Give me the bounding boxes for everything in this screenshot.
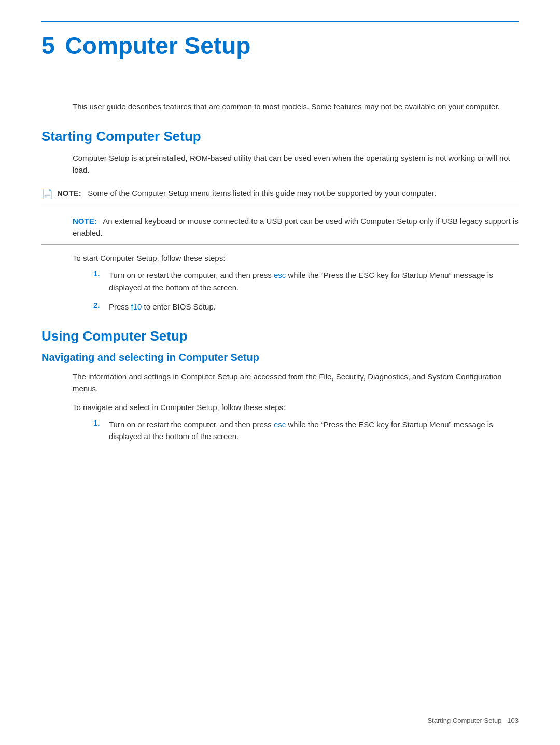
footer-page: 103 xyxy=(507,716,519,724)
starting-section: Starting Computer Setup xyxy=(41,129,519,145)
note-2-label: NOTE: xyxy=(73,217,97,226)
list-item: 1. Turn on or restart the computer, and … xyxy=(73,418,519,443)
navigating-steps: 1. Turn on or restart the computer, and … xyxy=(73,418,519,443)
starting-steps-intro-text: To start Computer Setup, follow these st… xyxy=(73,252,519,264)
note-1-content: NOTE: Some of the Computer Setup menu it… xyxy=(57,188,436,200)
navigating-heading: Navigating and selecting in Computer Set… xyxy=(41,352,519,363)
step-1-text: Turn on or restart the computer, and the… xyxy=(109,269,519,293)
starting-description-text: Computer Setup is a preinstalled, ROM-ba… xyxy=(73,152,519,176)
note-icon-1: 📄 xyxy=(41,188,53,200)
list-item: 1. Turn on or restart the computer, and … xyxy=(73,269,519,293)
chapter-number: 5 xyxy=(41,32,55,59)
chapter-header: 5Computer Setup xyxy=(41,21,519,60)
using-section: Using Computer Setup xyxy=(41,328,519,344)
page-footer: Starting Computer Setup 103 xyxy=(427,716,519,724)
step-1-number: 1. xyxy=(93,269,104,278)
note-2-text: An external keyboard or mouse connected … xyxy=(73,217,519,237)
navigating-steps-intro: To navigate and select in Computer Setup… xyxy=(41,401,519,413)
using-heading: Using Computer Setup xyxy=(41,328,519,344)
step-2-text: Press f10 to enter BIOS Setup. xyxy=(109,301,216,313)
note-box-2: NOTE: An external keyboard or mouse conn… xyxy=(41,210,519,245)
footer-text: Starting Computer Setup xyxy=(427,716,501,724)
navigating-steps-list: 1. Turn on or restart the computer, and … xyxy=(41,418,519,443)
starting-steps-intro: To start Computer Setup, follow these st… xyxy=(41,252,519,264)
starting-heading: Starting Computer Setup xyxy=(41,129,519,145)
f10-code: f10 xyxy=(131,302,142,311)
navigating-section: Navigating and selecting in Computer Set… xyxy=(41,352,519,363)
starting-steps-list: 1. Turn on or restart the computer, and … xyxy=(41,269,519,313)
chapter-title: Computer Setup xyxy=(65,32,251,59)
esc-code-1: esc xyxy=(274,271,286,279)
note-1-text: Some of the Computer Setup menu items li… xyxy=(88,189,436,198)
navigating-description-text: The information and settings in Computer… xyxy=(73,371,519,395)
note-1-label: NOTE: xyxy=(57,189,81,198)
nav-step-1-text: Turn on or restart the computer, and the… xyxy=(109,418,519,443)
nav-step-1-number: 1. xyxy=(93,418,104,427)
step-2-number: 2. xyxy=(93,301,104,310)
list-item: 2. Press f10 to enter BIOS Setup. xyxy=(73,301,519,313)
intro-text: This user guide describes features that … xyxy=(73,101,519,113)
navigating-steps-intro-text: To navigate and select in Computer Setup… xyxy=(73,401,519,413)
navigating-description: The information and settings in Computer… xyxy=(41,371,519,395)
note-2-content: NOTE: An external keyboard or mouse conn… xyxy=(73,217,519,237)
intro-section: This user guide describes features that … xyxy=(41,101,519,113)
esc-code-2: esc xyxy=(274,420,286,429)
starting-description: Computer Setup is a preinstalled, ROM-ba… xyxy=(41,152,519,176)
note-box-1: 📄 NOTE: Some of the Computer Setup menu … xyxy=(41,182,519,205)
starting-steps: 1. Turn on or restart the computer, and … xyxy=(73,269,519,313)
